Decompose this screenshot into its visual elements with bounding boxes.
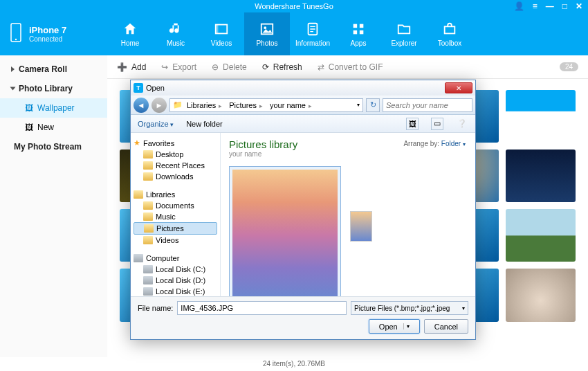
minimize-icon[interactable]: — [546,0,554,12]
chevron-down-icon[interactable]: ▾ [357,102,360,108]
convert-gif-button[interactable]: ⇄Convert to GIF [318,62,383,72]
file-name-input[interactable] [177,301,347,315]
chevron-right-icon [11,66,15,72]
svg-rect-10 [360,30,364,34]
svg-point-5 [264,26,266,29]
file-name-label: File name: [138,304,173,312]
nav-home[interactable]: Home [107,12,153,55]
tree-item-disk-d[interactable]: Local Disk (D:) [134,275,217,286]
delete-button[interactable]: ⊖Delete [212,62,247,72]
tree-item-disk-e[interactable]: Local Disk (E:) [134,286,217,296]
tree-computer-header[interactable]: Computer [134,253,217,264]
breadcrumb[interactable]: Pictures [226,101,266,109]
photo-thumb[interactable] [506,209,576,262]
refresh-icon: ⟳ [262,62,269,72]
cancel-button[interactable]: Cancel [424,319,468,334]
chevron-down-icon: ▾ [463,141,466,147]
folder-tree: ★Favorites Desktop Recent Places Downloa… [131,133,221,296]
tree-item-desktop[interactable]: Desktop [134,149,217,160]
nav-information[interactable]: Information [290,12,336,55]
new-folder-button[interactable]: New folder [186,120,223,128]
file-thumbnail [232,170,338,296]
tree-libraries-header[interactable]: Libraries [134,189,217,200]
view-mode-button[interactable]: 🖼 [406,118,419,130]
image-icon: 🖼 [25,103,33,113]
tree-item-downloads[interactable]: Downloads [134,171,217,182]
menu-icon[interactable]: ≡ [533,0,538,12]
search-input[interactable] [383,98,472,112]
sidebar-photo-stream[interactable]: My Photo Stream [0,137,107,156]
nav-toolbox[interactable]: Toolbox [427,12,472,55]
refresh-button[interactable]: ⟳Refresh [262,62,302,72]
photo-thumb[interactable] [506,150,576,202]
star-icon: ★ [134,138,140,147]
split-chevron-icon[interactable]: ▾ [403,323,410,329]
user-icon[interactable]: 👤 [514,0,524,12]
sidebar: Camera Roll Photo Library 🖼Wallpaper 🖼Ne… [0,55,107,357]
export-button[interactable]: ↪Export [161,62,196,72]
library-icon [134,190,143,199]
help-icon[interactable]: ❔ [456,118,468,130]
organize-button[interactable]: Organize [138,120,174,128]
dialog-title: Open [146,84,165,92]
arrange-by[interactable]: Arrange by: Folder ▾ [403,140,466,147]
forward-button[interactable]: ► [151,98,167,113]
file-item[interactable]: IMG_4536.JPG [229,166,341,296]
sidebar-wallpaper[interactable]: 🖼Wallpaper [0,98,107,118]
disk-icon [143,276,153,284]
svg-rect-8 [360,24,364,28]
tree-item-videos[interactable]: Videos [134,235,217,246]
dialog-toolbar: Organize New folder 🖼 ▭ ❔ [131,115,475,133]
app-titlebar: Wondershare TunesGo 👤 ≡ — □ ✕ [0,0,588,12]
sidebar-photo-library[interactable]: Photo Library [0,79,107,98]
nav-music[interactable]: Music [153,12,199,55]
svg-rect-11 [445,26,455,33]
export-icon: ↪ [161,62,168,72]
nav-apps[interactable]: Apps [336,12,381,55]
add-button[interactable]: ➕Add [117,62,146,72]
videos-icon [143,236,153,244]
device-name: iPhone 7 [29,25,66,35]
breadcrumb[interactable]: Libraries [184,101,225,109]
sidebar-new[interactable]: 🖼New [0,118,107,137]
documents-icon [143,201,153,210]
breadcrumb-bar[interactable]: 📁 Libraries Pictures your name ▾ [169,98,363,112]
actions-toolbar: ➕Add ↪Export ⊖Delete ⟳Refresh ⇄Convert t… [107,55,588,79]
app-icon: T [134,83,143,93]
tree-item-pictures[interactable]: Pictures [134,222,217,235]
tree-favorites-header[interactable]: ★Favorites [134,137,217,149]
music-icon [143,212,153,221]
tree-item-recent[interactable]: Recent Places [134,160,217,171]
svg-rect-9 [353,30,358,34]
downloads-icon [143,172,153,181]
file-type-filter[interactable]: Picture Files (*.bmp;*.jpg;*.jpeg▾ [351,301,468,315]
breadcrumb[interactable]: your name [267,101,315,109]
open-button[interactable]: Open▾ [369,319,420,334]
tree-item-music[interactable]: Music [134,211,217,222]
nav-photos[interactable]: Photos [244,12,290,55]
delete-icon: ⊖ [212,62,219,72]
dialog-footer: File name: Picture Files (*.bmp;*.jpg;*.… [131,296,475,339]
tree-item-disk-c[interactable]: Local Disk (C:) [134,264,217,275]
nav-refresh-button[interactable]: ↻ [366,98,380,112]
sidebar-camera-roll[interactable]: Camera Roll [0,60,107,79]
dialog-navbar: ◄ ► 📁 Libraries Pictures your name ▾ ↻ [131,96,475,115]
back-button[interactable]: ◄ [134,98,149,113]
dialog-titlebar[interactable]: T Open ✕ [131,80,475,96]
photo-thumb[interactable] [506,90,576,143]
tree-item-documents[interactable]: Documents [134,200,217,211]
photo-thumb[interactable] [506,269,576,321]
nav-explorer[interactable]: Explorer [381,12,427,55]
svg-rect-3 [216,24,219,33]
device-panel[interactable]: iPhone 7 Connected [0,12,107,55]
gif-icon: ⇄ [318,62,324,72]
preview-toggle-button[interactable]: ▭ [431,118,443,130]
computer-icon [134,254,143,262]
close-icon[interactable]: ✕ [576,0,582,12]
count-badge: 24 [560,62,578,71]
dialog-close-button[interactable]: ✕ [445,82,472,93]
maximize-icon[interactable]: □ [562,0,567,12]
nav-videos[interactable]: Videos [199,12,244,55]
device-status: Connected [29,35,66,43]
library-subheader: your name [229,150,467,158]
